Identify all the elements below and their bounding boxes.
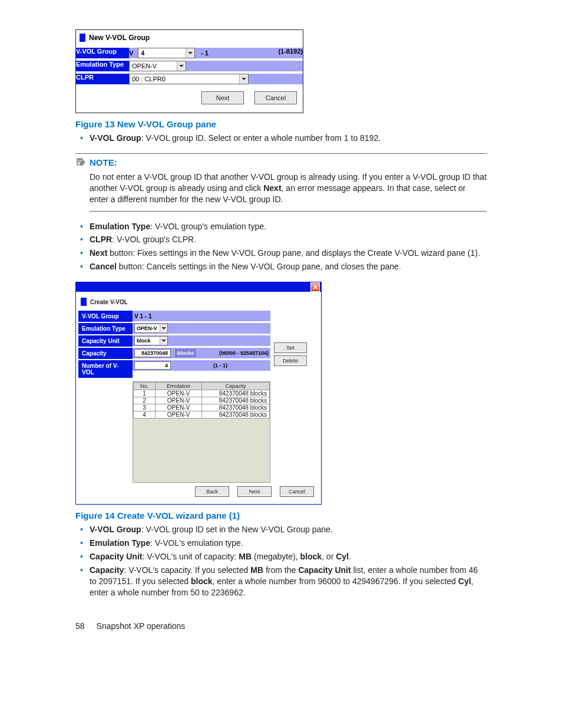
capacity-unit-badge: blocks [175,349,197,357]
page-footer: 58 Snapshot XP operations [75,621,487,631]
accent-block [81,298,87,306]
clpr-value: 00 : CLPR0 [132,75,239,83]
capacity-input[interactable]: 842370048 [134,349,171,357]
vvol-range-hint: (1-8192) [278,48,303,55]
term: V-VOL Group [90,525,141,534]
dropdown-caret-icon [186,48,194,58]
figure14-grid-row: No. Emulation Capacity 1OPEN-V842370048 … [78,379,270,483]
dropdown-caret-icon [160,325,167,332]
b: MB [239,552,252,561]
close-icon[interactable]: ✕ [310,282,320,292]
page-section: Snapshot XP operations [97,621,186,631]
set-button[interactable]: Set [274,342,307,353]
b: Cyl [336,552,349,561]
figure14-title: Create V-VOL [78,295,319,309]
next-button[interactable]: Next [237,486,272,497]
capacity-range: (96000 - 925487104) [219,350,269,356]
back-button[interactable]: Back [195,486,229,497]
emulation-select[interactable]: OPEN-V [134,324,168,333]
figure13-button-bar: Next Cancel [76,87,303,113]
cell-capacity: 842370048 blocks [202,411,270,419]
row-emulation-label: Emulation Type [76,61,129,71]
t: , or [322,552,336,561]
grid-header-row: No. Emulation Capacity [134,383,270,390]
capacity-unit-select[interactable]: block [134,336,168,345]
term: CLPR [90,235,112,244]
desc-next: Next button: Fixes settings in the New V… [75,248,487,259]
cell-emulation: OPEN-V [156,404,202,411]
text: : V-VOL group's CLPR. [112,235,196,244]
accent-block [80,34,85,42]
cell-capacity: 842370048 blocks [202,404,270,411]
figure14-button-bar: Back Next Cancel [78,483,319,498]
text-value: V 1 - 1 [134,313,151,319]
t: : V-VOL's unit of capacity: [142,552,239,561]
th-emulation: Emulation [156,383,202,390]
vvol-grid: No. Emulation Capacity 1OPEN-V842370048 … [133,381,270,483]
term: Emulation Type [90,538,150,548]
note-text: Do not enter a V-VOL group ID that anoth… [90,172,487,212]
row-vvolgroup-label: V-VOL Group [76,48,129,58]
label-capacity: Capacity [78,348,133,359]
figure13-pane: New V-VOL Group V-VOL Group V 4 - 1 (1-8… [75,29,303,113]
vvolgroup-id-select[interactable]: 4 [138,48,195,58]
value-numvvol: 4 (1 - 1) [133,360,270,371]
cell-emulation: OPEN-V [156,397,202,404]
table-row[interactable]: 3OPEN-V842370048 blocks [134,404,270,411]
t: : V-VOL's capacity. If you selected [124,565,250,575]
cell-no: 2 [134,397,156,404]
th-no: No. [134,383,156,390]
numvvol-input[interactable]: 4 [134,361,171,370]
b: block [191,577,213,586]
value-capunit: block [133,335,270,346]
sel-text: OPEN-V [135,325,160,331]
numvvol-range: (1 - 1) [213,363,269,368]
vvol-suffix: - 1 [201,50,209,57]
row-emulation-value: OPEN-V [129,61,303,71]
t: , enter a whole number from 96000 to 429… [213,577,458,586]
cancel-button[interactable]: Cancel [254,91,297,104]
table-row[interactable]: 2OPEN-V842370048 blocks [134,397,270,404]
figure14-form: V-VOL Group V 1 - 1 Emulation Type OPEN-… [78,309,270,379]
text: : V-VOL group's emulation type. [150,222,266,231]
term: Cancel [90,262,117,271]
clpr-select[interactable]: 00 : CLPR0 [129,74,249,84]
pane-title-text: Create V-VOL [90,299,128,305]
cell-no: 3 [134,404,156,411]
desc-cancel: Cancel button: Cancels settings in the N… [75,261,487,272]
table-row[interactable]: 4OPEN-V842370048 blocks [134,411,270,419]
label-emulation: Emulation Type [78,323,133,334]
value-capacity: 842370048 blocks (96000 - 925487104) [133,348,270,358]
emulation-select[interactable]: OPEN-V [129,61,186,71]
dropdown-caret-icon [160,337,167,344]
desc14-capunit: Capacity Unit: V-VOL's unit of capacity:… [75,551,487,562]
figure14-desc-list: V-VOL Group: V-VOL group ID set in the N… [75,524,487,598]
figure13-form: V-VOL Group V 4 - 1 (1-8192) Emulation T… [76,45,303,87]
page-number: 58 [75,621,85,631]
term: V-VOL Group [90,133,141,143]
vvolgroup-id-value: 4 [141,50,186,57]
label-numvvol: Number of V-VOL [78,360,133,378]
label-capunit: Capacity Unit [78,335,133,347]
term: Capacity [90,565,124,575]
cell-emulation: OPEN-V [156,411,202,419]
figure13-desc-list2: Emulation Type: V-VOL group's emulation … [75,221,487,273]
figure13-caption: Figure 13 New V-VOL Group pane [75,119,487,129]
term: Capacity Unit [90,552,142,561]
figure13-desc-list: V-VOL Group: V-VOL group ID. Select or e… [75,133,487,144]
delete-button[interactable]: Delete [274,355,307,366]
text: button: Cancels settings in the New V-VO… [117,262,401,271]
th-capacity: Capacity [202,383,270,390]
b: block [300,552,322,561]
cell-emulation: OPEN-V [156,390,202,397]
table-row[interactable]: 1OPEN-V842370048 blocks [134,390,270,397]
text: : V-VOL group ID. Select or enter a whol… [141,133,381,143]
next-button[interactable]: Next [201,91,244,104]
t: . [349,552,351,561]
emulation-value: OPEN-V [132,62,177,70]
cancel-button[interactable]: Cancel [280,486,314,497]
text: : V-VOL group ID set in the New V-VOL Gr… [141,525,333,534]
note-block: NOTE: Do not enter a V-VOL group ID that… [75,153,487,212]
value-emulation: OPEN-V [133,323,270,334]
row-clpr-value: 00 : CLPR0 [129,74,303,84]
